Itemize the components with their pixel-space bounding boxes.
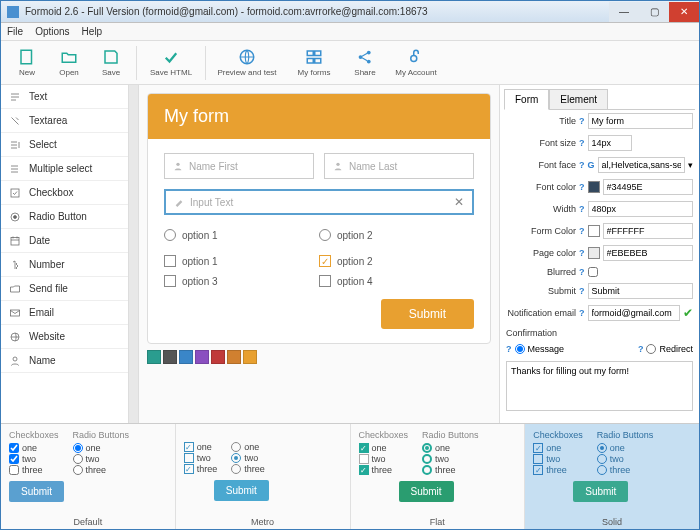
solid-chk-two[interactable]: [533, 454, 543, 464]
theme-flat[interactable]: Checkboxes ✓one two ✓three Radio Buttons…: [351, 424, 526, 529]
sidebar-item-checkbox[interactable]: Checkbox: [1, 181, 128, 205]
help-icon[interactable]: ?: [579, 308, 585, 318]
default-chk-one[interactable]: [9, 443, 19, 453]
metro-chk-one[interactable]: ✓: [184, 442, 194, 452]
swatch-teal[interactable]: [147, 350, 161, 364]
form-submit-button[interactable]: Submit: [381, 299, 474, 329]
help-icon[interactable]: ?: [579, 116, 585, 126]
text-input-selected[interactable]: Input Text✕: [164, 189, 474, 215]
help-icon[interactable]: ?: [579, 138, 585, 148]
email-input[interactable]: [588, 305, 681, 321]
radio-option-2[interactable]: option 2: [319, 225, 474, 245]
solid-r-two[interactable]: [597, 454, 607, 464]
metro-chk-two[interactable]: ✓: [184, 453, 194, 463]
checkbox-option-1[interactable]: option 1: [164, 251, 319, 271]
save-button[interactable]: Save: [91, 43, 131, 83]
help-icon[interactable]: ?: [506, 344, 512, 354]
help-icon[interactable]: ?: [579, 182, 585, 192]
metro-r-one[interactable]: [231, 442, 241, 452]
metro-r-three[interactable]: [231, 464, 241, 474]
sidebar-scrollbar[interactable]: [129, 85, 139, 423]
sidebar-item-email[interactable]: Email: [1, 301, 128, 325]
formcolor-swatch[interactable]: [588, 225, 600, 237]
default-r-one[interactable]: [73, 443, 83, 453]
confirm-redirect-radio[interactable]: [646, 344, 656, 354]
title-input[interactable]: [588, 113, 694, 129]
default-chk-two[interactable]: [9, 454, 19, 464]
sidebar-item-radio[interactable]: Radio Button: [1, 205, 128, 229]
dropdown-icon[interactable]: ▾: [688, 160, 693, 170]
sidebar-item-textarea[interactable]: Textarea: [1, 109, 128, 133]
theme-solid[interactable]: Checkboxes ✓one two ✓three Radio Buttons…: [525, 424, 699, 529]
sidebar-item-sendfile[interactable]: Send file: [1, 277, 128, 301]
swatch-gray[interactable]: [163, 350, 177, 364]
close-button[interactable]: ✕: [669, 2, 699, 22]
tab-form[interactable]: Form: [504, 89, 549, 110]
name-last-input[interactable]: Name Last: [324, 153, 474, 179]
menu-options[interactable]: Options: [35, 26, 69, 37]
theme-default[interactable]: Checkboxes one two three Radio Buttons o…: [1, 424, 176, 529]
metro-submit[interactable]: Submit: [214, 480, 269, 501]
name-first-input[interactable]: Name First: [164, 153, 314, 179]
swatch-purple[interactable]: [195, 350, 209, 364]
solid-r-three[interactable]: [597, 465, 607, 475]
help-icon[interactable]: ?: [638, 344, 644, 354]
help-icon[interactable]: ?: [579, 248, 585, 258]
fontcolor-swatch[interactable]: [588, 181, 600, 193]
share-button[interactable]: Share: [345, 43, 385, 83]
fontcolor-input[interactable]: [603, 179, 694, 195]
metro-r-two[interactable]: [231, 453, 241, 463]
radio-option-1[interactable]: option 1: [164, 225, 319, 245]
flat-r-three[interactable]: [422, 465, 432, 475]
sidebar-item-name[interactable]: Name: [1, 349, 128, 373]
checkbox-option-3[interactable]: option 3: [164, 271, 319, 291]
swatch-blue[interactable]: [179, 350, 193, 364]
solid-r-one[interactable]: [597, 443, 607, 453]
tab-element[interactable]: Element: [549, 89, 608, 109]
preview-button[interactable]: Preview and test: [211, 43, 283, 83]
delete-field-icon[interactable]: ✕: [454, 195, 464, 209]
help-icon[interactable]: ?: [579, 160, 585, 170]
sidebar-item-website[interactable]: Website: [1, 325, 128, 349]
width-input[interactable]: [588, 201, 694, 217]
menu-help[interactable]: Help: [82, 26, 103, 37]
myforms-button[interactable]: My forms: [285, 43, 343, 83]
default-submit[interactable]: Submit: [9, 481, 64, 502]
form-title[interactable]: My form: [148, 94, 490, 139]
help-icon[interactable]: ?: [579, 204, 585, 214]
pagecolor-swatch[interactable]: [588, 247, 600, 259]
flat-chk-one[interactable]: ✓: [359, 443, 369, 453]
theme-metro[interactable]: ✓one ✓two ✓three one two three Submit Me…: [176, 424, 351, 529]
checkbox-option-4[interactable]: option 4: [319, 271, 474, 291]
pagecolor-input[interactable]: [603, 245, 694, 261]
sidebar-item-multiselect[interactable]: Multiple select: [1, 157, 128, 181]
confirmation-text[interactable]: Thanks for filling out my form!: [506, 361, 693, 411]
default-r-two[interactable]: [73, 454, 83, 464]
help-icon[interactable]: ?: [579, 286, 585, 296]
sidebar-item-select[interactable]: Select: [1, 133, 128, 157]
sidebar-item-number[interactable]: Number: [1, 253, 128, 277]
formcolor-input[interactable]: [603, 223, 694, 239]
solid-submit[interactable]: Submit: [573, 481, 628, 502]
account-button[interactable]: My Account: [387, 43, 445, 83]
fontface-input[interactable]: [598, 157, 685, 173]
flat-chk-three[interactable]: ✓: [359, 465, 369, 475]
help-icon[interactable]: ?: [579, 226, 585, 236]
google-fonts-icon[interactable]: G: [588, 160, 595, 170]
minimize-button[interactable]: —: [609, 2, 639, 22]
flat-r-two[interactable]: [422, 454, 432, 464]
checkbox-option-2[interactable]: option 2: [319, 251, 474, 271]
maximize-button[interactable]: ▢: [639, 2, 669, 22]
form-preview[interactable]: My form Name First Name Last Input Text✕…: [147, 93, 491, 344]
swatch-orange[interactable]: [243, 350, 257, 364]
blurred-checkbox[interactable]: [588, 267, 598, 277]
solid-chk-one[interactable]: ✓: [533, 443, 543, 453]
swatch-brown[interactable]: [227, 350, 241, 364]
sidebar-item-text[interactable]: Text: [1, 85, 128, 109]
fontsize-input[interactable]: [588, 135, 632, 151]
flat-submit[interactable]: Submit: [399, 481, 454, 502]
swatch-red[interactable]: [211, 350, 225, 364]
submit-text-input[interactable]: [588, 283, 694, 299]
flat-r-one[interactable]: [422, 443, 432, 453]
flat-chk-two[interactable]: [359, 454, 369, 464]
